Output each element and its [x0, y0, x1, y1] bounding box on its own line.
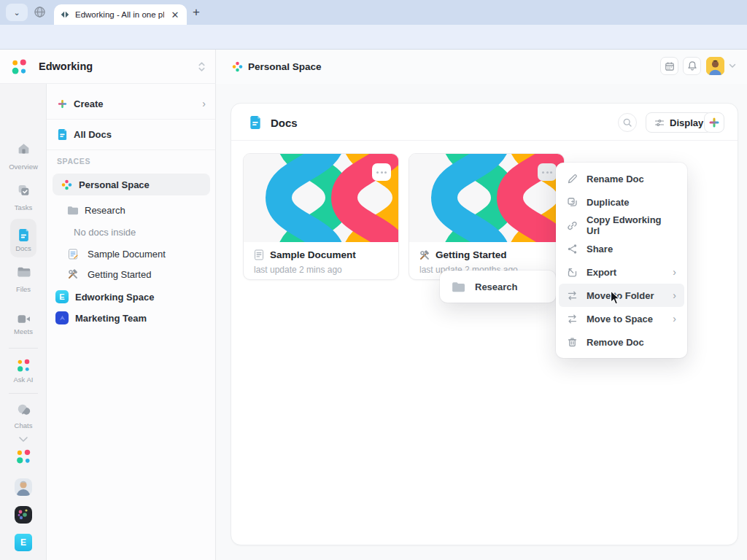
browser-toolbar: app.edworking.com/cmetmj7wq00073d6fql39d… [0, 25, 747, 50]
rail-label-tasks: Tasks [0, 203, 47, 211]
account-chevron-icon[interactable] [729, 63, 736, 69]
menu-item-export[interactable]: Export › [559, 260, 684, 284]
personal-space-label: Personal Space [79, 179, 150, 190]
menu-item-copy-url[interactable]: Copy Edworking Url [559, 214, 684, 237]
panel-divider [231, 140, 738, 141]
rail-label-meets: Meets [0, 327, 47, 335]
folder-icon [67, 206, 78, 215]
getting-started-label: Getting Started [88, 269, 151, 280]
nav-item-marketing-team[interactable]: Marketing Team [47, 307, 216, 329]
menu-item-remove-doc[interactable]: Remove Doc [559, 330, 684, 354]
workspace-name: Edworking [39, 61, 93, 72]
move-arrows-icon [567, 290, 578, 301]
rail-item-docs[interactable] [18, 228, 30, 242]
main-header: Personal Space [216, 50, 747, 84]
tab-close-icon[interactable]: ✕ [169, 9, 181, 20]
chevron-right-icon: › [673, 313, 676, 324]
folder-icon [452, 281, 465, 292]
rail-label-docs: Docs [0, 244, 47, 252]
nav-item-edworking-space[interactable]: E Edworking Space [47, 286, 216, 308]
display-button[interactable]: Display [646, 112, 712, 133]
docs-icon [249, 115, 262, 130]
card-options-button[interactable] [538, 163, 557, 181]
rail-item-ask-ai[interactable] [15, 358, 31, 373]
nav-divider [47, 119, 215, 120]
nav-item-research-folder[interactable]: Research [47, 199, 216, 221]
nav-item-getting-started[interactable]: Getting Started [47, 263, 216, 285]
icon-rail: Overview Tasks Docs Files Meets Ask AI C… [0, 84, 47, 560]
rail-label-files: Files [0, 285, 47, 293]
sample-document-label: Sample Document [88, 249, 166, 260]
card-title: Getting Started [436, 249, 507, 260]
spaces-heading: SPACES [57, 157, 90, 166]
notifications-button[interactable] [683, 57, 701, 75]
card-updated: last update 2 mins ago [254, 265, 388, 275]
menu-item-move-to-space[interactable]: Move to Space › [559, 307, 684, 330]
pinned-tab-globe-icon[interactable] [34, 6, 46, 18]
edworking-space-label: Edworking Space [75, 292, 154, 303]
trash-icon [567, 337, 578, 348]
workspace-dot-logo-icon[interactable] [15, 448, 32, 465]
display-label: Display [670, 117, 703, 128]
nav-item-sample-document[interactable]: Sample Document [47, 243, 216, 265]
workspace-e-badge[interactable]: E [15, 534, 32, 551]
rail-item-chats[interactable] [16, 402, 31, 417]
link-icon [567, 220, 578, 231]
memo-icon [254, 249, 264, 260]
nav-item-all-docs[interactable]: All Docs [47, 123, 216, 145]
rail-item-files[interactable] [17, 266, 31, 278]
chevron-right-icon: › [202, 98, 206, 109]
chevron-right-icon: › [673, 289, 676, 301]
move-to-folder-submenu: Research [440, 271, 556, 303]
mouse-cursor [610, 290, 621, 306]
member-avatar[interactable] [15, 506, 32, 524]
panel-search-button[interactable] [618, 113, 637, 132]
tools-icon [68, 269, 78, 279]
chevron-right-icon: › [673, 266, 676, 278]
research-label: Research [85, 205, 125, 216]
doc-card-getting-started[interactable]: Getting Started last update 2 months ago [409, 153, 565, 280]
menu-item-move-to-folder[interactable]: Move to Folder › [559, 284, 684, 307]
nav-item-personal-space[interactable]: Personal Space [53, 174, 210, 195]
card-options-button[interactable] [372, 163, 391, 181]
member-avatar[interactable] [15, 478, 32, 496]
favicon-edworking [60, 9, 70, 20]
calendar-button[interactable] [660, 57, 678, 75]
card-title: Sample Document [270, 249, 356, 260]
add-doc-button[interactable] [704, 112, 724, 133]
duplicate-icon [567, 197, 578, 208]
nav-divider [47, 149, 215, 150]
new-tab-button[interactable]: + [193, 6, 200, 19]
workspace-switcher-icon[interactable] [197, 61, 206, 72]
menu-item-duplicate[interactable]: Duplicate [559, 190, 684, 214]
share-icon [567, 244, 578, 254]
page-title: Personal Space [248, 61, 322, 72]
marketing-team-label: Marketing Team [75, 313, 147, 324]
doc-card-cover [409, 154, 565, 242]
create-label: Create [74, 98, 103, 109]
doc-card-sample-document[interactable]: Sample Document last update 2 mins ago [243, 153, 399, 280]
rail-item-overview[interactable] [17, 142, 31, 155]
pencil-icon [567, 174, 578, 184]
edworking-space-badge: E [55, 290, 69, 303]
user-avatar[interactable] [706, 57, 724, 75]
all-docs-label: All Docs [74, 129, 112, 140]
doc-card-cover [244, 154, 399, 242]
nav-empty-note: No docs inside [47, 221, 216, 243]
doc-context-menu: Rename Doc Duplicate Copy Edworking Url … [556, 163, 687, 358]
tab-title: Edworking - All in one platfo [75, 10, 164, 19]
rail-collapse-chevron-icon[interactable] [18, 436, 28, 443]
sidebar-header: Edworking [0, 50, 216, 84]
menu-item-rename-doc[interactable]: Rename Doc [559, 167, 684, 190]
edworking-logo-icon [9, 58, 28, 76]
panel-title: Docs [271, 117, 298, 129]
nav-item-create[interactable]: Create › [47, 93, 216, 114]
export-icon [567, 267, 578, 278]
rail-item-meets[interactable] [17, 314, 31, 324]
submenu-item-research[interactable]: Research [475, 281, 518, 292]
browser-tab[interactable]: Edworking - All in one platfo ✕ [54, 4, 187, 25]
menu-item-share[interactable]: Share [559, 237, 684, 260]
tab-search-chevron-icon[interactable]: ⌄ [6, 4, 28, 21]
rail-item-tasks[interactable] [17, 184, 31, 198]
create-plus-icon [57, 98, 68, 109]
